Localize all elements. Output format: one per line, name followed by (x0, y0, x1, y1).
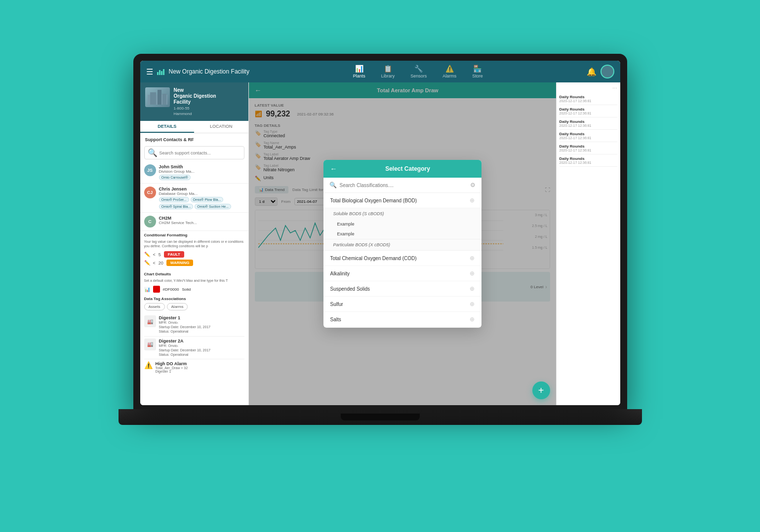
contact-john-smith: JS John Smith Division Group Ma... Omio … (140, 161, 248, 184)
assoc-tags: Assets Alarms (144, 303, 244, 310)
contact-tags-js: Omio Carrousel® (159, 175, 244, 180)
search-icon: 🔍 (148, 148, 158, 157)
facility-title: New Organic Digestion Facility (169, 68, 249, 75)
alarm-icon: ⚠️ (144, 361, 153, 369)
subcategory-example-1[interactable]: Example (323, 219, 481, 229)
contact-info-cj: Chris Jensen Database Group Ma... Omio® … (159, 187, 244, 209)
category-sulfur[interactable]: Sulfur ⊕ (323, 297, 481, 312)
modal-search-icon: 🔍 (329, 182, 337, 189)
sidebar-menu-icon[interactable]: ⋯ (612, 85, 617, 91)
facility-phone: 1-800-55 (174, 106, 243, 111)
contact-avatar-cj: CJ (144, 187, 156, 198)
rounds-item-5: Daily Rounds 2020-12-17 12:36:81 (560, 142, 617, 154)
user-avatar[interactable] (600, 65, 614, 78)
category-alkalinity[interactable]: Alkalinity ⊕ (323, 266, 481, 281)
rounds-item-3: Daily Rounds 2020-12-17 12:36:81 (560, 117, 617, 130)
category-expand-suspended-solids: ⊕ (470, 285, 475, 292)
support-search[interactable]: 🔍 (144, 146, 244, 159)
chart-defaults-row: 📊 #DF0000 Solid (144, 286, 244, 293)
svg-rect-3 (162, 94, 166, 105)
rounds-list: Daily Rounds 2020-12-17 12:36:81 Daily R… (560, 93, 617, 167)
modal-body: Total Biological Oxygen Demand (BOD) ⊕ S… (323, 193, 481, 328)
subcategory-particulate-bod: Particulate BOD5 (X cBOD5) (323, 239, 481, 251)
subcategory-particulate-bod-header: Particulate BOD5 (X cBOD5) (323, 239, 481, 250)
tab-details[interactable]: DETAILS (140, 121, 195, 133)
app-logo (157, 68, 166, 75)
category-expand-alkalinity: ⊕ (470, 270, 475, 277)
contact-chris-jensen: CJ Chris Jensen Database Group Ma... Omi… (140, 184, 248, 213)
cond-icon-warning: ✏️ (144, 260, 150, 266)
category-expand-sulfur: ⊕ (470, 301, 475, 307)
alarm-info-high-do: High DO Alarm Total_Aer_Draw > 32Digeste… (156, 361, 188, 373)
right-sidebar-header: ⋯ (560, 85, 617, 91)
nav-plants[interactable]: 📊 Plants (353, 65, 365, 78)
left-sidebar: NewOrganic DigestionFacility 1-800-55 Ha… (140, 82, 249, 405)
tab-location[interactable]: LOCATION (194, 121, 248, 133)
nav-center: 📊 Plants 📋 Library 🔧 Sensors ⚠️ (249, 65, 587, 78)
subcategory-soluble-bod-header: Soluble BOD5 (S cBOD5) (323, 208, 481, 219)
subcategory-example-2[interactable]: Example (323, 229, 481, 239)
modal-filter-icon[interactable]: ⚙ (470, 182, 476, 189)
right-sidebar: ⋯ Daily Rounds 2020-12-17 12:36:81 Daily… (556, 82, 620, 405)
contact-tags-cj: Omio® ProSer... Omio® Plow Bla... Omio® … (159, 197, 244, 209)
rounds-item-6: Daily Rounds 2020-12-17 12:36:81 (560, 154, 617, 167)
rounds-item-2: Daily Rounds 2020-12-17 12:36:81 (560, 105, 617, 117)
asset-icon-digester2a: 🏭 (144, 339, 156, 350)
svg-rect-1 (150, 92, 156, 105)
facility-thumbnail (145, 87, 170, 107)
asset-info-digester1: Digester 1 MFR: Onvio-Startup Date: Dece… (159, 315, 211, 334)
modal-search-input[interactable] (340, 183, 467, 188)
modal-back-button[interactable]: ← (330, 165, 337, 173)
category-expand-cod: ⊕ (470, 255, 475, 262)
facility-info: NewOrganic DigestionFacility 1-800-55 Ha… (174, 87, 243, 116)
contact-info-js: John Smith Division Group Ma... Omio Car… (159, 164, 244, 180)
category-suspended-solids[interactable]: Suspended Solids ⊕ (323, 281, 481, 297)
select-category-modal: ← Select Category 🔍 ⚙ (323, 160, 481, 328)
category-expand-salts: ⊕ (470, 316, 475, 323)
category-metals[interactable]: Metals ⊕ (323, 327, 481, 328)
conditional-formatting-section: Conditional Formatting Your tag value ca… (140, 231, 248, 270)
modal-overlay[interactable]: ← Select Category 🔍 ⚙ (249, 82, 556, 405)
facility-name: NewOrganic DigestionFacility (174, 87, 243, 105)
rounds-item-1: Daily Rounds 2020-12-17 12:36:81 (560, 93, 617, 105)
color-swatch (153, 286, 160, 293)
asset-digester2a: 🏭 Digester 2A MFR: Onvio-Startup Date: D… (144, 337, 244, 359)
chart-icon: 📊 (144, 287, 150, 292)
contact-avatar-js: JS (144, 164, 156, 176)
support-search-input[interactable] (160, 151, 241, 155)
cond-icon-fault: ✏️ (144, 252, 150, 257)
subcategory-soluble-bod: Soluble BOD5 (S cBOD5) Example Example (323, 208, 481, 239)
category-salts[interactable]: Salts ⊕ (323, 312, 481, 327)
hamburger-menu[interactable]: ☰ (146, 67, 153, 76)
asset-digester1: 🏭 Digester 1 MFR: Onvio-Startup Date: De… (144, 313, 244, 336)
category-cod[interactable]: Total Chemical Oxygen Demand (COD) ⊕ (323, 251, 481, 266)
data-tag-assoc-section: Data Tag Associations Assets Alarms 🏭 Di… (140, 295, 248, 377)
alarm-high-do: ⚠️ High DO Alarm Total_Aer_Draw > 32Dige… (144, 359, 244, 375)
nav-store[interactable]: 🏪 Store (472, 65, 483, 78)
nav-right-actions: 🔔 (587, 65, 614, 78)
top-navigation: ☰ New Organic Digestion Facility 📊 (140, 61, 620, 82)
category-bod[interactable]: Total Biological Oxygen Demand (BOD) ⊕ (323, 193, 481, 208)
modal-search: 🔍 ⚙ (323, 178, 481, 193)
logo-icon (157, 68, 166, 75)
nav-sensors[interactable]: 🔧 Sensors (410, 65, 427, 78)
nav-alarms[interactable]: ⚠️ Alarms (442, 65, 456, 78)
support-section-title: Support Contacts & RF (140, 133, 248, 144)
notification-bell-icon[interactable]: 🔔 (587, 67, 597, 76)
contact-avatar-c: C (144, 216, 156, 228)
middle-panel: ← Total Aerator Amp Draw Latest Value 📶 … (249, 82, 556, 405)
modal-header: ← Select Category (323, 160, 481, 178)
nav-library[interactable]: 📋 Library (381, 65, 395, 78)
laptop-notch (341, 414, 420, 420)
facility-header: NewOrganic DigestionFacility 1-800-55 Ha… (140, 82, 248, 121)
asset-icon-digester1: 🏭 (144, 315, 156, 327)
contact-ch2m: C CH2M CH2M Service Tech... (140, 213, 248, 231)
facility-location: Hammond (174, 112, 243, 116)
cond-rule-warning: ✏️ < 20 WARNING (144, 260, 244, 266)
contact-info-c: CH2M CH2M Service Tech... (159, 216, 244, 225)
main-content: NewOrganic DigestionFacility 1-800-55 Ha… (140, 82, 620, 405)
rounds-item-4: Daily Rounds 2020-12-17 12:36:81 (560, 130, 617, 142)
cond-rule-fault: ✏️ < 5 FAULT (144, 251, 244, 258)
chart-defaults-section: Chart Defaults Set a default color, Y-Mi… (140, 270, 248, 295)
svg-rect-2 (158, 90, 161, 105)
